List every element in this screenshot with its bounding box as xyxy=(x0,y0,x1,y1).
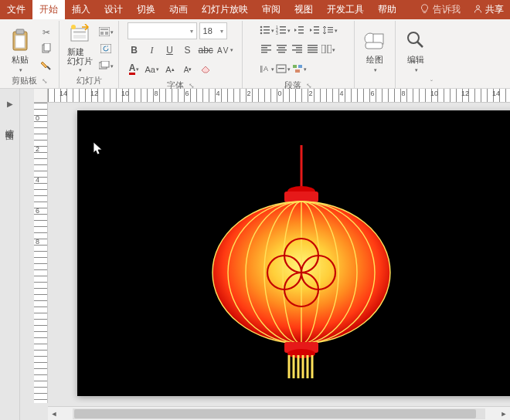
svg-rect-31 xyxy=(298,32,304,34)
title-tab-bar: 文件 开始 插入 设计 切换 动画 幻灯片放映 审阅 视图 开发工具 帮助 告诉… xyxy=(0,0,510,19)
clear-formatting-button[interactable] xyxy=(199,62,212,77)
tab-review[interactable]: 审阅 xyxy=(255,0,287,19)
ruler-h-tick: 14 xyxy=(481,90,510,97)
svg-rect-61 xyxy=(295,69,300,73)
align-text-button[interactable] xyxy=(276,62,291,77)
eraser-icon xyxy=(200,64,211,76)
ribbon-collapse-button[interactable]: ˇ xyxy=(430,79,433,86)
svg-rect-33 xyxy=(314,29,319,31)
paste-button[interactable]: 粘贴 xyxy=(5,22,36,73)
slide-section-button[interactable] xyxy=(98,59,114,73)
paste-label: 粘贴 xyxy=(12,54,29,66)
share-button[interactable]: 共享 xyxy=(467,3,510,16)
tab-developer[interactable]: 开发工具 xyxy=(320,0,371,19)
group-font: ▾ 18▾ B I U S abc AV A Aa A▴ A▾ 字体⤡ xyxy=(119,21,243,88)
svg-rect-7 xyxy=(73,31,86,33)
scroll-right-button[interactable]: ► xyxy=(498,407,510,421)
align-center-button[interactable] xyxy=(275,42,289,58)
lantern-shape[interactable] xyxy=(201,145,402,395)
share-label: 共享 xyxy=(485,3,504,16)
increase-indent-button[interactable] xyxy=(308,23,321,39)
group-clipboard: 粘贴 ✂ 剪贴板⤡ xyxy=(0,21,60,88)
copy-icon xyxy=(41,43,52,56)
font-size-select[interactable]: 18▾ xyxy=(199,22,227,39)
shadow-button[interactable]: S xyxy=(181,42,195,58)
slide-layout-button[interactable] xyxy=(98,25,114,39)
spacing-icon: AV xyxy=(217,46,230,55)
workspace: ▶ 缩略图 141210864202468101214 02468 xyxy=(0,89,510,420)
svg-rect-26 xyxy=(280,29,286,31)
svg-rect-2 xyxy=(16,29,24,34)
italic-button[interactable]: I xyxy=(145,42,159,58)
group-slides-label: 幻灯片 xyxy=(76,75,102,86)
decrease-font-button[interactable]: A▾ xyxy=(181,62,195,77)
svg-rect-42 xyxy=(277,45,287,46)
paragraph-launcher[interactable]: ⤡ xyxy=(306,82,312,90)
align-left-button[interactable] xyxy=(260,42,274,58)
scroll-track[interactable] xyxy=(73,408,485,419)
char-spacing-button[interactable]: AV xyxy=(217,42,234,58)
change-case-button[interactable]: Aa xyxy=(145,62,159,77)
svg-text:3: 3 xyxy=(276,31,278,35)
scroll-left-button[interactable]: ◄ xyxy=(48,407,60,421)
justify-button[interactable] xyxy=(306,42,320,58)
bold-button[interactable]: B xyxy=(128,42,141,58)
font-family-select[interactable]: ▾ xyxy=(128,22,197,39)
horizontal-scrollbar[interactable]: ◄ ► xyxy=(48,406,510,420)
numbering-button[interactable]: 123 xyxy=(276,23,291,39)
tab-home[interactable]: 开始 xyxy=(32,0,65,19)
slide-reset-button[interactable] xyxy=(98,42,114,56)
line-spacing-icon xyxy=(323,25,334,37)
svg-rect-53 xyxy=(308,52,318,53)
drawing-button[interactable]: 绘图 xyxy=(359,22,390,73)
smartart-button[interactable] xyxy=(292,62,307,77)
ruler-vertical[interactable]: 02468 xyxy=(34,103,48,403)
line-spacing-button[interactable] xyxy=(323,23,338,39)
slide[interactable] xyxy=(77,110,510,396)
format-painter-button[interactable] xyxy=(39,59,54,73)
svg-rect-13 xyxy=(105,32,108,35)
section-icon xyxy=(99,61,110,73)
decrease-indent-button[interactable] xyxy=(292,23,306,39)
cut-button[interactable]: ✂ xyxy=(39,25,54,39)
strikethrough-button[interactable]: abc xyxy=(199,42,213,58)
underline-button[interactable]: U xyxy=(163,42,177,58)
tab-design[interactable]: 设计 xyxy=(97,0,130,19)
canvas-area[interactable] xyxy=(48,103,510,403)
clipboard-launcher[interactable]: ⤡ xyxy=(42,77,48,85)
tab-file[interactable]: 文件 xyxy=(0,0,32,19)
svg-rect-46 xyxy=(292,45,302,46)
ruler-h-tick: 8 xyxy=(141,90,172,97)
outdent-icon xyxy=(294,25,304,37)
svg-rect-37 xyxy=(328,32,333,32)
svg-rect-24 xyxy=(280,26,286,28)
editing-button[interactable]: 编辑 xyxy=(400,22,431,73)
svg-text:‖A: ‖A xyxy=(260,65,268,73)
copy-button[interactable] xyxy=(39,42,54,56)
font-launcher[interactable]: ⤡ xyxy=(189,82,195,90)
text-direction-icon: ‖A xyxy=(260,64,270,76)
align-center-icon xyxy=(277,45,287,56)
text-direction-button[interactable]: ‖A xyxy=(260,62,274,77)
tab-insert[interactable]: 插入 xyxy=(65,0,97,19)
ruler-horizontal[interactable]: 141210864202468101214 xyxy=(48,89,510,103)
ruler-h-tick: 2 xyxy=(295,90,326,97)
svg-rect-32 xyxy=(314,26,319,28)
tab-view[interactable]: 视图 xyxy=(287,0,320,19)
tell-me[interactable]: 告诉我 xyxy=(413,3,467,16)
tab-help[interactable]: 帮助 xyxy=(371,0,403,19)
bullets-button[interactable] xyxy=(260,23,274,39)
numbering-icon: 123 xyxy=(276,25,287,37)
tab-transitions[interactable]: 切换 xyxy=(130,0,162,19)
scroll-thumb[interactable] xyxy=(74,409,476,418)
new-slide-button[interactable]: 新建 幻灯片 xyxy=(64,22,95,73)
tab-animations[interactable]: 动画 xyxy=(162,0,195,19)
increase-font-button[interactable]: A▴ xyxy=(163,62,177,77)
columns-button[interactable] xyxy=(321,42,335,58)
rail-expand-button[interactable]: ▶ xyxy=(7,100,13,108)
ruler-h-tick: 4 xyxy=(326,90,357,97)
font-color-button[interactable]: A xyxy=(128,62,141,77)
tab-slideshow[interactable]: 幻灯片放映 xyxy=(195,0,255,19)
valign-icon xyxy=(276,64,287,76)
align-right-button[interactable] xyxy=(291,42,304,58)
